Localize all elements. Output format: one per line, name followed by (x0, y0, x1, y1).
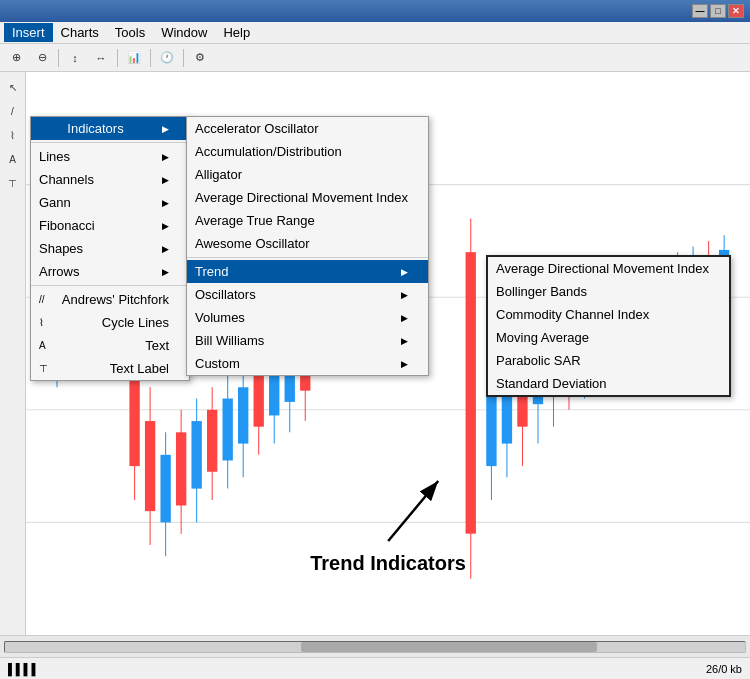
trend-bollinger[interactable]: Bollinger Bands (488, 280, 729, 303)
pitchfork-icon: // (39, 294, 45, 305)
ind-billwilliams[interactable]: Bill Williams ▶ (187, 329, 428, 352)
lt-cycle[interactable]: ⌇ (2, 124, 24, 146)
oscillators-arrow: ▶ (401, 290, 408, 300)
toolbar-btn-3[interactable]: ↕ (63, 47, 87, 69)
menu-item-indicators[interactable]: Indicators ▶ (31, 117, 189, 140)
textlabel-icon: ⊤ (39, 363, 48, 374)
lt-line[interactable]: / (2, 100, 24, 122)
insert-sep-1 (31, 142, 189, 143)
trend-admi[interactable]: Average Directional Movement Index (488, 257, 729, 280)
menu-item-fibonacci[interactable]: Fibonacci ▶ (31, 214, 189, 237)
menu-item-textlabel[interactable]: ⊤ Text Label (31, 357, 189, 380)
lt-label[interactable]: ⊤ (2, 172, 24, 194)
toolbar-sep-1 (58, 49, 59, 67)
main-area: ↖ / ⌇ A ⊤ (0, 72, 750, 635)
svg-rect-29 (238, 387, 248, 443)
insert-menu-popup[interactable]: Indicators ▶ Lines ▶ Channels ▶ Gann ▶ (30, 116, 190, 381)
menu-item-gann[interactable]: Gann ▶ (31, 191, 189, 214)
indicators-arrow: ▶ (162, 124, 169, 134)
toolbar-btn-6[interactable]: 🕐 (155, 47, 179, 69)
ind-accumulation[interactable]: Accumulation/Distribution (187, 140, 428, 163)
svg-rect-27 (223, 399, 233, 461)
toolbar: ⊕ ⊖ ↕ ↔ 📊 🕐 ⚙ (0, 44, 750, 72)
trend-cci[interactable]: Commodity Channel Index (488, 303, 729, 326)
menu-item-lines[interactable]: Lines ▶ (31, 145, 189, 168)
fibonacci-arrow: ▶ (162, 221, 169, 231)
volumes-arrow: ▶ (401, 313, 408, 323)
ind-awesome[interactable]: Awesome Oscillator (187, 232, 428, 255)
trend-arrow: ▶ (401, 267, 408, 277)
ind-atr[interactable]: Average True Range (187, 209, 428, 232)
left-toolbar: ↖ / ⌇ A ⊤ (0, 72, 26, 635)
text-icon: A (39, 340, 46, 351)
ind-oscillators[interactable]: Oscillators ▶ (187, 283, 428, 306)
svg-rect-31 (254, 370, 264, 426)
ind-accelerator[interactable]: Accelerator Oscillator (187, 117, 428, 140)
menu-item-arrows[interactable]: Arrows ▶ (31, 260, 189, 283)
toolbar-btn-4[interactable]: ↔ (89, 47, 113, 69)
scroll-bar[interactable] (0, 635, 750, 657)
minimize-button[interactable]: — (692, 4, 708, 18)
status-right: 26/0 kb (706, 663, 742, 675)
menu-help[interactable]: Help (215, 23, 258, 42)
menu-bar: Insert Charts Tools Window Help (0, 22, 750, 44)
toolbar-sep-4 (183, 49, 184, 67)
svg-rect-23 (191, 421, 201, 489)
trend-stddev[interactable]: Standard Deviation (488, 372, 729, 395)
menu-item-pitchfork[interactable]: // Andrews' Pitchfork (31, 288, 189, 311)
lt-cursor[interactable]: ↖ (2, 76, 24, 98)
chart-canvas: Trend Indicators Indicators ▶ (26, 72, 750, 635)
shapes-arrow: ▶ (162, 244, 169, 254)
svg-rect-19 (160, 455, 170, 523)
status-bar: ▌▌▌▌ 26/0 kb (0, 657, 750, 679)
menu-charts[interactable]: Charts (53, 23, 107, 42)
menu-tools[interactable]: Tools (107, 23, 153, 42)
ind-admi[interactable]: Average Directional Movement Index (187, 186, 428, 209)
indicators-submenu-popup[interactable]: Accelerator Oscillator Accumulation/Dist… (186, 116, 429, 376)
billwilliams-arrow: ▶ (401, 336, 408, 346)
lt-text[interactable]: A (2, 148, 24, 170)
arrows-arrow: ▶ (162, 267, 169, 277)
toolbar-btn-2[interactable]: ⊖ (30, 47, 54, 69)
status-left: ▌▌▌▌ (8, 663, 39, 675)
scroll-track[interactable] (4, 641, 746, 653)
title-bar: — □ ✕ (0, 0, 750, 22)
scroll-thumb[interactable] (301, 642, 597, 652)
toolbar-btn-5[interactable]: 📊 (122, 47, 146, 69)
svg-rect-39 (466, 252, 476, 534)
ind-sep (187, 257, 428, 258)
toolbar-btn-1[interactable]: ⊕ (4, 47, 28, 69)
trend-psar[interactable]: Parabolic SAR (488, 349, 729, 372)
menu-insert[interactable]: Insert (4, 23, 53, 42)
trend-ma[interactable]: Moving Average (488, 326, 729, 349)
ind-alligator[interactable]: Alligator (187, 163, 428, 186)
menu-window[interactable]: Window (153, 23, 215, 42)
lines-arrow: ▶ (162, 152, 169, 162)
toolbar-sep-3 (150, 49, 151, 67)
gann-arrow: ▶ (162, 198, 169, 208)
menu-item-text[interactable]: A Text (31, 334, 189, 357)
maximize-button[interactable]: □ (710, 4, 726, 18)
toolbar-btn-7[interactable]: ⚙ (188, 47, 212, 69)
svg-rect-17 (145, 421, 155, 511)
close-button[interactable]: ✕ (728, 4, 744, 18)
insert-sep-2 (31, 285, 189, 286)
channels-arrow: ▶ (162, 175, 169, 185)
menu-item-channels[interactable]: Channels ▶ (31, 168, 189, 191)
ind-trend[interactable]: Trend ▶ (187, 260, 428, 283)
cycle-icon: ⌇ (39, 317, 44, 328)
toolbar-sep-2 (117, 49, 118, 67)
title-bar-buttons: — □ ✕ (692, 4, 744, 18)
menu-item-cycle[interactable]: ⌇ Cycle Lines (31, 311, 189, 334)
trend-submenu-popup[interactable]: Average Directional Movement Index Bolli… (486, 255, 731, 397)
menu-item-shapes[interactable]: Shapes ▶ (31, 237, 189, 260)
ind-volumes[interactable]: Volumes ▶ (187, 306, 428, 329)
custom-arrow: ▶ (401, 359, 408, 369)
ind-custom[interactable]: Custom ▶ (187, 352, 428, 375)
svg-rect-21 (176, 432, 186, 505)
svg-rect-25 (207, 410, 217, 472)
